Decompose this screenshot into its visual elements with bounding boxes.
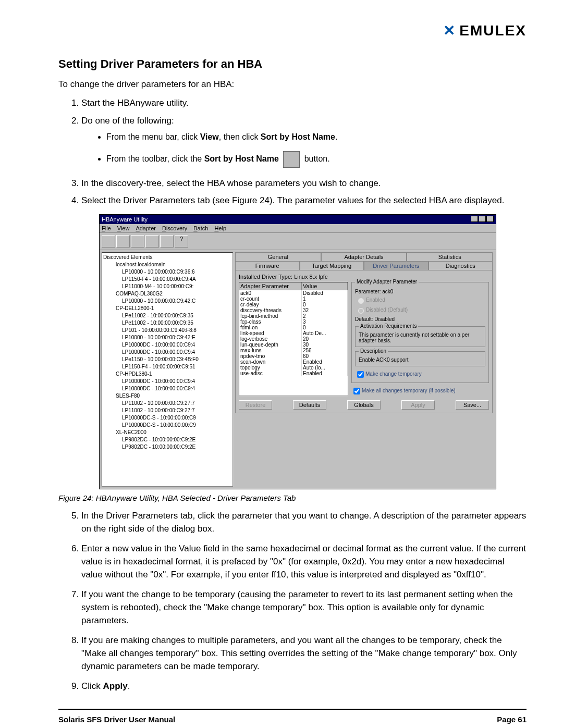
param-row[interactable]: fcp-bind-method2 — [239, 313, 348, 319]
steps-list-mid: In the discovery-tree, select the HBA wh… — [58, 177, 527, 207]
param-row[interactable]: link-speedAuto De... — [239, 330, 348, 336]
apply-button[interactable]: Apply — [401, 400, 435, 410]
tree-node[interactable]: LP10000DC - 10:00:00:00:C9:4 — [103, 349, 231, 356]
tab-statistics[interactable]: Statistics — [407, 252, 493, 261]
param-row[interactable]: use-adiscEnabled — [239, 371, 348, 376]
param-row[interactable]: topologyAuto (lo... — [239, 365, 348, 371]
tree-node[interactable]: CP-DELL2800-1 — [103, 305, 231, 312]
tree-node[interactable]: LP10000DC - 10:00:00:00:C9:4 — [103, 385, 231, 392]
tree-node[interactable]: LPe11002 - 10:00:00:00:C9:35 — [103, 319, 231, 327]
menu-help[interactable]: Help — [214, 225, 226, 231]
step-8: If you are making changes to multiple pa… — [81, 634, 527, 673]
tree-root[interactable]: Discovered Elements — [103, 254, 231, 261]
param-row[interactable]: cr-count1 — [239, 296, 348, 302]
param-row[interactable]: fcp-class3 — [239, 319, 348, 325]
tree-node[interactable]: LP10000 - 10:00:00:00:C9:42:E — [103, 334, 231, 341]
parameter-table[interactable]: Adapter Parameter Value ack0Disabledcr-c… — [239, 282, 348, 396]
param-row[interactable]: max-luns256 — [239, 348, 348, 353]
make-all-changes-temporary-checkbox[interactable]: Make all changes temporary (if possible) — [351, 386, 489, 396]
page-title: Setting Driver Parameters for an HBA — [58, 57, 527, 71]
defaults-button[interactable]: Defaults — [293, 400, 326, 410]
tabs-row-top[interactable]: GeneralAdapter DetailsStatistics — [235, 252, 493, 261]
menu-file[interactable]: File — [102, 225, 111, 231]
param-row[interactable]: discovery-threads32 — [239, 307, 348, 313]
window-buttons[interactable] — [470, 216, 494, 223]
tree-node[interactable]: LP11002 - 10:00:00:00:C9:27:7 — [103, 407, 231, 414]
dialog-button-row: RestoreDefaultsGlobalsApplySave... — [239, 400, 489, 410]
tree-node[interactable]: LP10000 - 10:00:00:00:C9:42:C — [103, 298, 231, 305]
param-row[interactable]: log-verbose20 — [239, 336, 348, 342]
tree-node[interactable]: LPe1150 - 10:00:00:00:C9:4B:F0 — [103, 356, 231, 363]
step-1: Start the HBAnyware utility. — [81, 97, 527, 109]
intro-text: To change the driver parameters for an H… — [58, 79, 527, 90]
tree-node[interactable]: localhost.localdomain — [103, 261, 231, 268]
menu-bar[interactable]: FileViewAdapterDiscoveryBatchHelp — [100, 224, 496, 233]
tree-node[interactable]: LP10000 - 10:00:00:00:C9:36:6 — [103, 268, 231, 276]
tree-node[interactable]: LP11000-M4 - 10:00:00:00:C9: — [103, 283, 231, 290]
tree-node[interactable]: CP-HPDL380-1 — [103, 371, 231, 378]
param-row[interactable]: lun-queue-depth30 — [239, 342, 348, 348]
toolbar-btn-1[interactable] — [102, 235, 115, 248]
tree-node[interactable]: XL-NEC2000 — [103, 429, 231, 436]
globals-button[interactable]: Globals — [347, 400, 381, 410]
tree-node[interactable]: SLES-F80 — [103, 392, 231, 400]
tree-node[interactable]: LP1150-F4 - 10:00:00:00:C9:4A — [103, 276, 231, 283]
step-4: Select the Driver Parameters tab (see Fi… — [81, 194, 527, 207]
tree-node[interactable]: LP10000DC-S - 10:00:00:00:C9 — [103, 422, 231, 429]
tree-node[interactable]: LP10000DC - 10:00:00:00:C9:4 — [103, 378, 231, 385]
menu-discovery[interactable]: Discovery — [162, 225, 187, 231]
param-row[interactable]: scan-downEnabled — [239, 359, 348, 365]
maximize-icon — [479, 216, 486, 222]
toolbar[interactable]: ? — [100, 233, 496, 250]
restore-button[interactable]: Restore — [239, 400, 272, 410]
page-footer: Solaris SFS Driver User Manual Page 61 — [58, 709, 527, 724]
minimize-icon — [471, 216, 478, 222]
tab-firmware[interactable]: Firmware — [235, 261, 300, 270]
toolbar-btn-help[interactable]: ? — [175, 235, 188, 248]
param-row[interactable]: ack0Disabled — [239, 290, 348, 296]
tabs-row-bottom[interactable]: FirmwareTarget MappingDriver ParametersD… — [235, 261, 493, 270]
tab-driver-parameters[interactable]: Driver Parameters — [364, 261, 429, 270]
window-titlebar: HBAnyware Utility — [100, 215, 496, 224]
param-row[interactable]: npdev-tmo60 — [239, 353, 348, 359]
menu-view[interactable]: View — [117, 225, 130, 231]
sub-bullets: From the menu bar, click View, then clic… — [58, 132, 527, 168]
steps-list-top: Start the HBAnyware utility. Do one of t… — [58, 97, 527, 127]
toolbar-btn-2[interactable] — [116, 235, 130, 248]
tree-node[interactable]: LPe11002 - 10:00:00:00:C9:35 — [103, 312, 231, 319]
toolbar-btn-3[interactable] — [131, 235, 144, 248]
brand-logo: ✕ EMULEX — [443, 22, 527, 39]
tree-node[interactable]: LP10000DC-S - 10:00:00:00:C9 — [103, 414, 231, 422]
menu-batch[interactable]: Batch — [193, 225, 208, 231]
toolbar-btn-5[interactable] — [160, 235, 174, 248]
radio-disabled[interactable]: Disabled (Default) — [355, 306, 485, 314]
param-row[interactable]: fdmi-on0 — [239, 325, 348, 330]
tab-diagnostics[interactable]: Diagnostics — [429, 261, 493, 270]
tab-target-mapping[interactable]: Target Mapping — [300, 261, 364, 270]
close-icon — [486, 216, 494, 222]
step-6: Enter a new value in the Value field in … — [81, 542, 527, 581]
radio-enabled[interactable]: Enabled — [355, 296, 485, 304]
menu-adapter[interactable]: Adapter — [136, 225, 156, 231]
tree-node[interactable]: LP1150-F4 - 10:00:00:00:C9:51 — [103, 363, 231, 371]
discovery-tree[interactable]: Discovered Elements localhost.localdomai… — [102, 252, 233, 487]
save-button[interactable]: Save... — [456, 400, 489, 410]
toolbar-btn-4[interactable] — [145, 235, 159, 248]
make-change-temporary-checkbox[interactable]: Make change temporary — [355, 369, 485, 379]
bullet-toolbar: From the toolbar, click the Sort by Host… — [106, 151, 527, 168]
tree-node[interactable]: LP9802DC - 10:00:00:00:C9:2E — [103, 436, 231, 443]
default-value: Default: Disabled — [355, 316, 485, 322]
param-name: Parameter: ack0 — [355, 289, 485, 294]
tree-node[interactable]: LP9802DC - 10:00:00:00:C9:2E — [103, 443, 231, 451]
tab-general[interactable]: General — [235, 252, 321, 261]
tab-adapter-details[interactable]: Adapter Details — [321, 252, 407, 261]
tree-node[interactable]: LP101 - 10:00:00:00:C9:40:F8:8 — [103, 327, 231, 334]
tree-node[interactable]: COMPAQ-DL380G2 — [103, 290, 231, 298]
sort-by-host-name-icon — [283, 151, 300, 168]
param-row[interactable]: cr-delay0 — [239, 302, 348, 307]
tree-node[interactable]: LP10000DC - 10:00:00:00:C9:4 — [103, 341, 231, 349]
step-9: Click Apply. — [81, 680, 527, 693]
tree-node[interactable]: LP11002 - 10:00:00:00:C9:27:7 — [103, 400, 231, 407]
step-2: Do one of the following: — [81, 115, 527, 127]
activation-requirements-group: Activation Requirements This parameter i… — [355, 326, 485, 347]
